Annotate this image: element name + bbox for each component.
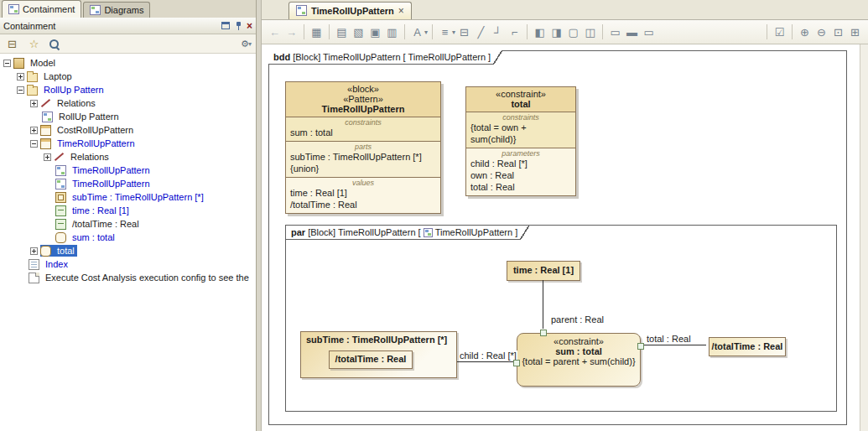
constraint-row[interactable]: sum : total [286,127,440,138]
expand-toggle-icon[interactable] [17,73,24,80]
bdd-frame-label: bdd [Block] TimeRollUpPattern [ TimeRoll… [268,50,493,65]
tree-item-timerollup-par[interactable]: TimeRollUpPattern [0,177,256,190]
expand-toggle-icon[interactable] [44,153,51,161]
expand-toggle-icon[interactable] [30,100,38,107]
group-icon[interactable]: ◨ [548,24,564,40]
value-row[interactable]: time : Real [1] [286,187,440,199]
zoom-fit-icon[interactable]: ⊡ [830,24,846,40]
tree-item-costrolluppattern[interactable]: CostRollUpPattern [0,123,256,137]
parent-parameter-port[interactable] [540,330,547,336]
collapse-toggle-icon[interactable] [17,86,24,94]
search-icon[interactable] [48,38,60,49]
route-rectilinear-icon[interactable]: ┘ [490,24,506,40]
tree-item-timerolluppattern[interactable]: TimeRollUpPattern [0,137,256,150]
tree-item-rollup-diagram[interactable]: RollUp Pattern [0,110,256,123]
containment-tree: Model Laptop RollUp Pattern Relations Ro… [0,54,256,431]
distribute-icon[interactable]: ⊟ [456,24,472,40]
forward-arrow-icon[interactable]: → [283,24,299,40]
tree-item-relations[interactable]: Relations [0,150,256,164]
tree-item-execute-config[interactable]: Execute Cost Analysis execution config t… [0,271,256,284]
paste-icon[interactable]: ▥ [384,24,400,40]
block-timerolluppattern[interactable]: «block» «Pattern» TimeRollUpPattern cons… [285,81,441,214]
favorites-star-icon[interactable]: ☆ [26,36,42,52]
zoom-out-icon[interactable]: ⊖ [813,24,829,40]
expand-toggle-icon[interactable] [30,247,38,255]
diagram-icon [55,165,66,176]
tab-containment[interactable]: Containment [2,0,81,18]
compartment-label: parts [286,142,440,151]
tree-item-rollup-pattern[interactable]: RollUp Pattern [0,83,256,96]
constraint-total[interactable]: «constraint» total constraints {total = … [465,86,576,196]
constraint-expression-row[interactable]: {total = own + sum(child)} [466,122,575,145]
tree-item-total-selected[interactable]: total [0,244,256,257]
parameter-row[interactable]: child : Real [*] [466,158,575,169]
zoom-in-icon[interactable]: ⊕ [797,24,813,40]
part-property-icon [55,192,66,203]
parameter-row[interactable]: total : Real [466,181,575,193]
layout-caret-icon[interactable]: ▾ [424,29,428,36]
route-oblique-icon[interactable]: ⌐ [507,24,522,40]
index-icon [29,259,39,270]
route-straight-icon[interactable]: ╱ [473,24,489,40]
containment-panel: Containment Diagrams Containment × ⊟ ☆ ⚙… [0,0,257,431]
collapse-toggle-icon[interactable] [30,140,38,148]
package-icon [27,86,38,96]
layout-icon[interactable]: A [409,24,425,40]
validate-icon[interactable]: ☑ [772,24,787,40]
tree-item-index[interactable]: Index [0,257,256,271]
same-size-icon[interactable]: ◧ [532,24,548,40]
containment-tab-icon [8,4,19,14]
child-parameter-port[interactable] [513,360,520,366]
tree-item-model[interactable]: Model [0,56,256,70]
lock-icon[interactable]: ◫ [582,24,598,40]
pin-icon[interactable] [234,21,242,31]
tree-item-label: Index [43,258,70,270]
part-row[interactable]: subTime : TimeRollUpPattern [*]{union} [286,151,440,174]
child-connector-label[interactable]: child : Real [*] [459,351,517,361]
tree-item-subtime[interactable]: subTime : TimeRollUpPattern [*] [0,190,256,204]
copy-icon[interactable]: ▣ [367,24,383,40]
image-export-icon[interactable]: ▧ [351,24,366,40]
bdd-keyword: bdd [273,52,290,62]
expand-toggle-icon[interactable] [30,127,38,134]
ungroup-icon[interactable]: ▢ [565,24,581,40]
parameter-row[interactable]: own : Real [466,169,575,181]
tree-item-sum-total[interactable]: sum : total [0,231,256,244]
block-name: TimeRollUpPattern [289,104,437,114]
float-window-icon[interactable] [221,22,230,29]
parent-connector-label[interactable]: parent : Real [550,314,605,325]
align-icon[interactable]: ≡ [437,24,453,40]
tree-item-label: Relations [68,151,112,163]
zoom-selection-icon[interactable]: ⊞ [847,24,863,40]
collapse-all-icon[interactable]: ⊟ [4,36,20,52]
total-connector-label[interactable]: total : Real [646,334,692,344]
tree-item-totaltime[interactable]: /totalTime : Real [0,217,256,231]
print-icon[interactable]: ▤ [334,24,350,40]
matrix-rows-icon[interactable]: ▭ [607,24,623,40]
tree-item-timerollup-bdd[interactable]: TimeRollUpPattern [0,164,256,177]
tab-diagrams[interactable]: Diagrams [83,2,150,18]
tab-timerolluppattern-diagram[interactable]: TimeRollUpPattern × [288,2,412,19]
model-icon [13,58,24,69]
collapse-toggle-icon[interactable] [3,60,11,67]
value-row[interactable]: /totalTime : Real [286,199,440,210]
tree-item-time[interactable]: time : Real [1] [0,204,256,217]
close-tab-icon[interactable]: × [398,7,404,15]
align-caret-icon[interactable]: ▾ [452,29,455,36]
vertical-scrollbar[interactable] [860,44,868,431]
tree-item-relations[interactable]: Relations [0,96,256,110]
close-panel-icon[interactable]: × [247,22,252,30]
total-parameter-port[interactable] [637,343,644,350]
tree-item-laptop[interactable]: Laptop [0,70,256,83]
pattern-stereotype: «Pattern» [289,94,437,104]
panel-title: Containment [3,21,217,31]
value-property-icon [55,205,66,216]
matrix-columns-icon[interactable]: ▬ [624,24,640,40]
matrix-cells-icon[interactable]: ▭ [641,24,657,40]
panel-options-button[interactable]: ⚙ ▾ [241,39,252,49]
back-arrow-icon[interactable]: ← [267,24,283,40]
par-diagram-frame[interactable]: par [Block] TimeRollUpPattern [ TimeRoll… [285,225,837,412]
diagram-canvas[interactable]: bdd [Block] TimeRollUpPattern [ TimeRoll… [262,44,860,431]
relations-icon [40,98,51,109]
containment-tree-icon[interactable]: ▦ [309,24,325,40]
